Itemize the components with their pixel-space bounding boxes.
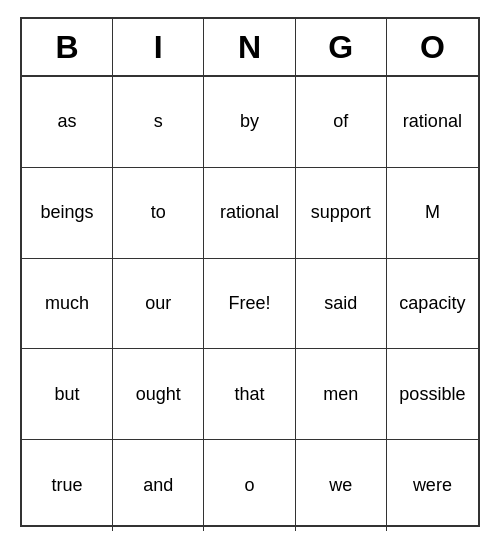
bingo-cell-r3-c4: possible (387, 349, 478, 440)
bingo-cell-r4-c2: o (204, 440, 295, 531)
header-letter-I: I (113, 19, 204, 75)
bingo-cell-r4-c4: were (387, 440, 478, 531)
bingo-cell-r4-c1: and (113, 440, 204, 531)
bingo-cell-r4-c3: we (296, 440, 387, 531)
bingo-cell-r0-c0: as (22, 77, 113, 168)
bingo-cell-r1-c4: M (387, 168, 478, 259)
header-letter-G: G (296, 19, 387, 75)
bingo-cell-r3-c1: ought (113, 349, 204, 440)
bingo-grid: assbyofrationalbeingstorationalsupportMm… (22, 77, 478, 531)
header-letter-N: N (204, 19, 295, 75)
bingo-header: BINGO (22, 19, 478, 77)
bingo-cell-r1-c1: to (113, 168, 204, 259)
bingo-cell-r1-c0: beings (22, 168, 113, 259)
bingo-cell-r2-c1: our (113, 259, 204, 350)
bingo-cell-r1-c2: rational (204, 168, 295, 259)
bingo-cell-r3-c2: that (204, 349, 295, 440)
header-letter-B: B (22, 19, 113, 75)
bingo-cell-r3-c3: men (296, 349, 387, 440)
bingo-cell-r0-c1: s (113, 77, 204, 168)
bingo-cell-r2-c2: Free! (204, 259, 295, 350)
bingo-cell-r4-c0: true (22, 440, 113, 531)
bingo-cell-r2-c3: said (296, 259, 387, 350)
bingo-cell-r3-c0: but (22, 349, 113, 440)
bingo-cell-r0-c3: of (296, 77, 387, 168)
bingo-cell-r0-c4: rational (387, 77, 478, 168)
bingo-cell-r2-c0: much (22, 259, 113, 350)
bingo-cell-r1-c3: support (296, 168, 387, 259)
header-letter-O: O (387, 19, 478, 75)
bingo-cell-r2-c4: capacity (387, 259, 478, 350)
bingo-card: BINGO assbyofrationalbeingstorationalsup… (20, 17, 480, 527)
bingo-cell-r0-c2: by (204, 77, 295, 168)
